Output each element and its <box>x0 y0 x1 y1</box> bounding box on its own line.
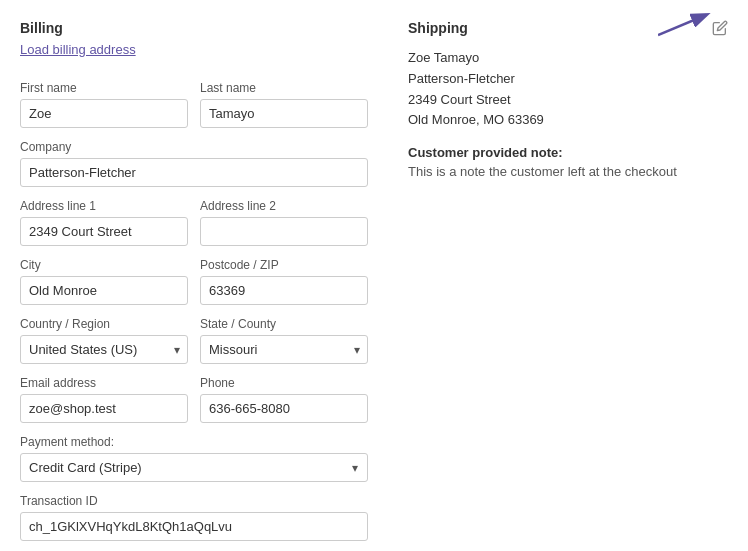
company-group: Company <box>20 140 368 187</box>
shipping-company: Patterson-Fletcher <box>408 69 728 90</box>
shipping-heading: Shipping <box>408 20 468 36</box>
country-label: Country / Region <box>20 317 188 331</box>
billing-heading: Billing <box>20 20 368 36</box>
country-select[interactable]: United States (US) <box>20 335 188 364</box>
address2-label: Address line 2 <box>200 199 368 213</box>
arrow-decoration <box>658 10 718 43</box>
address2-input[interactable] <box>200 217 368 246</box>
company-input[interactable] <box>20 158 368 187</box>
payment-group: Payment method: Credit Card (Stripe) <box>20 435 368 482</box>
first-name-label: First name <box>20 81 188 95</box>
customer-note-text: This is a note the customer left at the … <box>408 162 728 182</box>
state-select-wrapper: Missouri <box>200 335 368 364</box>
customer-note-label: Customer provided note: <box>408 145 563 160</box>
company-label: Company <box>20 140 368 154</box>
payment-select-wrapper: Credit Card (Stripe) <box>20 453 368 482</box>
shipping-section: Shipping Zoe Tamayo Patterson-F <box>408 20 728 551</box>
shipping-city-state: Old Monroe, MO 63369 <box>408 110 728 131</box>
phone-input[interactable] <box>200 394 368 423</box>
address1-label: Address line 1 <box>20 199 188 213</box>
txn-label: Transaction ID <box>20 494 368 508</box>
billing-section: Billing Load billing address First name … <box>20 20 368 551</box>
first-name-input[interactable] <box>20 99 188 128</box>
email-group: Email address <box>20 376 188 423</box>
state-group: State / County Missouri <box>200 317 368 364</box>
postcode-label: Postcode / ZIP <box>200 258 368 272</box>
first-name-group: First name <box>20 81 188 128</box>
last-name-input[interactable] <box>200 99 368 128</box>
email-input[interactable] <box>20 394 188 423</box>
address2-group: Address line 2 <box>200 199 368 246</box>
country-group: Country / Region United States (US) <box>20 317 188 364</box>
txn-group: Transaction ID <box>20 494 368 541</box>
phone-group: Phone <box>200 376 368 423</box>
city-group: City <box>20 258 188 305</box>
email-label: Email address <box>20 376 188 390</box>
state-label: State / County <box>200 317 368 331</box>
customer-note: Customer provided note: This is a note t… <box>408 145 728 182</box>
postcode-group: Postcode / ZIP <box>200 258 368 305</box>
last-name-group: Last name <box>200 81 368 128</box>
city-label: City <box>20 258 188 272</box>
phone-label: Phone <box>200 376 368 390</box>
shipping-name: Zoe Tamayo <box>408 48 728 69</box>
svg-line-1 <box>658 15 706 35</box>
load-billing-address-link[interactable]: Load billing address <box>20 42 136 57</box>
shipping-street: 2349 Court Street <box>408 90 728 111</box>
state-select[interactable]: Missouri <box>200 335 368 364</box>
country-select-wrapper: United States (US) <box>20 335 188 364</box>
txn-input[interactable] <box>20 512 368 541</box>
shipping-address: Zoe Tamayo Patterson-Fletcher 2349 Court… <box>408 48 728 131</box>
payment-select[interactable]: Credit Card (Stripe) <box>20 453 368 482</box>
city-input[interactable] <box>20 276 188 305</box>
postcode-input[interactable] <box>200 276 368 305</box>
last-name-label: Last name <box>200 81 368 95</box>
payment-label: Payment method: <box>20 435 368 449</box>
address1-input[interactable] <box>20 217 188 246</box>
address1-group: Address line 1 <box>20 199 188 246</box>
